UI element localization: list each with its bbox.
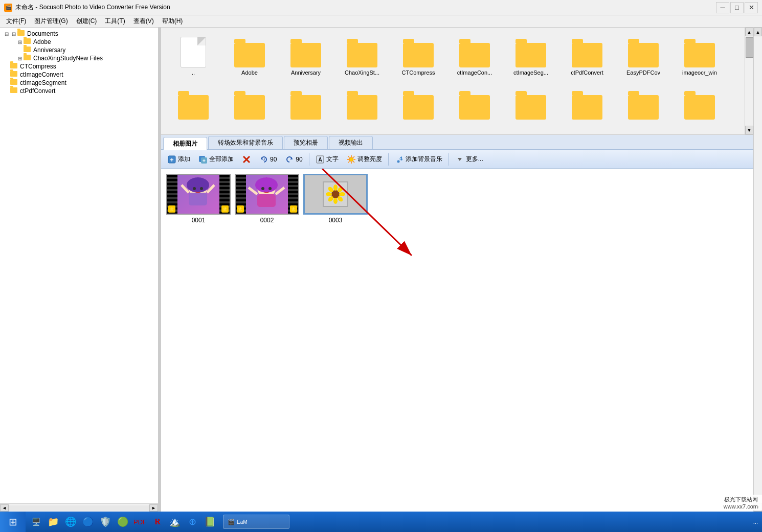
- rotate-right-icon: [285, 155, 294, 164]
- tree-item-ctimagesegment[interactable]: ctImageSegment: [2, 79, 156, 87]
- svg-line-20: [348, 161, 350, 163]
- file-item-r2-5[interactable]: [390, 78, 446, 124]
- taskbar-icon-green[interactable]: 🟢: [115, 514, 131, 530]
- minimize-button[interactable]: ─: [716, 2, 729, 13]
- brightness-button[interactable]: 调整亮度: [344, 153, 385, 166]
- tree-item-ctpdfconvert[interactable]: ctPdfConvert: [2, 87, 156, 95]
- file-item-r2-8[interactable]: [559, 78, 615, 124]
- taskbar-app-button[interactable]: 🎬 EaM: [223, 515, 289, 529]
- close-button[interactable]: ✕: [745, 2, 758, 13]
- watermark-line2: www.xx7.com: [724, 503, 758, 510]
- tab-preview[interactable]: 预览相册: [284, 136, 328, 149]
- file-label: Adobe: [241, 70, 258, 76]
- photo-thumbnail-0002: ⭐ ⭐: [235, 174, 299, 215]
- file-label: ctImageCon...: [457, 70, 492, 76]
- file-item-ctcompress[interactable]: CTCompress: [390, 32, 446, 78]
- photo-item-0003[interactable]: 0003: [303, 174, 368, 224]
- taskbar-icon-r[interactable]: R: [149, 514, 166, 530]
- tree-item-chaoxing[interactable]: ⊞ ChaoXingStudyNew Files: [2, 54, 156, 62]
- tree-expand2-icon: ⊟: [10, 31, 17, 37]
- taskbar-icon-app[interactable]: 📗: [201, 514, 218, 530]
- photo-label-0003: 0003: [329, 217, 343, 224]
- file-item-ctpdfconvert[interactable]: ctPdfConvert: [559, 32, 615, 78]
- taskbar-icon-circle[interactable]: ⊕: [184, 514, 200, 530]
- svg-text:A: A: [318, 157, 322, 163]
- file-label: EasyPDFCov: [626, 70, 660, 76]
- add-button[interactable]: + 添加: [164, 153, 193, 166]
- menu-help[interactable]: 帮助(H): [158, 16, 187, 27]
- svg-point-45: [326, 192, 332, 196]
- photo-item-0001[interactable]: ⭐ ⭐ 0001: [166, 174, 231, 224]
- photo-item-0002[interactable]: ⭐ ⭐ 0002: [235, 174, 299, 224]
- file-item-r2-3[interactable]: [278, 78, 334, 124]
- tab-transitions[interactable]: 转场效果和背景音乐: [208, 136, 283, 149]
- svg-line-18: [353, 161, 354, 163]
- app-icon: 🎬: [4, 4, 12, 12]
- vscroll-thumb[interactable]: [746, 37, 753, 58]
- tree-expand-icon: ⊞: [16, 39, 24, 45]
- file-vscrollbar[interactable]: ▲ ▼: [745, 28, 753, 134]
- vscroll-up-btn[interactable]: ▲: [745, 28, 753, 36]
- more-button[interactable]: 更多...: [452, 153, 486, 166]
- menu-create[interactable]: 创建(C): [72, 16, 101, 27]
- text-button[interactable]: A 文字: [312, 153, 342, 166]
- file-item-anniversary[interactable]: Anniversary: [278, 32, 334, 78]
- file-item-r2-7[interactable]: [503, 78, 559, 124]
- delete-button[interactable]: [239, 153, 254, 166]
- tree-item-ctimageconvert[interactable]: ctImageConvert: [2, 71, 156, 79]
- svg-point-21: [397, 160, 399, 163]
- taskbar-icon-blue[interactable]: 🔵: [80, 514, 96, 530]
- music-icon: [395, 155, 404, 164]
- add-music-button[interactable]: 添加背景音乐: [392, 153, 445, 166]
- taskbar-icon-folder[interactable]: 📁: [45, 514, 61, 530]
- maximize-button[interactable]: □: [730, 2, 744, 13]
- file-item-r2-1[interactable]: [165, 78, 221, 124]
- taskbar-icon-desktop[interactable]: 🖥️: [28, 514, 44, 530]
- rotate-left-button[interactable]: ↺ 90: [256, 153, 280, 166]
- menu-photo-manage[interactable]: 图片管理(G): [30, 16, 72, 27]
- file-item-r2-2[interactable]: [221, 78, 278, 124]
- file-label: ctPdfConvert: [571, 70, 603, 76]
- file-item-adobe[interactable]: Adobe: [221, 32, 278, 78]
- file-item-easypdfcov[interactable]: EasyPDFCov: [615, 32, 671, 78]
- taskbar-right: ...: [749, 519, 762, 525]
- separator3: [449, 153, 449, 166]
- file-item-r2-10[interactable]: [671, 78, 728, 124]
- anime-image: ⭐ ⭐: [167, 175, 230, 214]
- tab-album-photos[interactable]: 相册图片: [163, 137, 207, 150]
- hscroll-right-btn[interactable]: ►: [149, 504, 158, 512]
- main-container: ⊟ ⊟ Documents ⊞ Adobe Anniversary ⊞: [0, 28, 762, 512]
- photo-toolbar: + 添加 + 全部添加: [161, 150, 753, 169]
- file-item-imageocr[interactable]: imageocr_win: [671, 32, 728, 78]
- vscroll-down-btn[interactable]: ▼: [745, 126, 753, 134]
- file-item-ctimagecon[interactable]: ctImageCon...: [446, 32, 503, 78]
- file-item-chaoxingst[interactable]: ChaoXingSt...: [334, 32, 390, 78]
- menu-view[interactable]: 查看(V): [129, 16, 158, 27]
- taskbar-icon-pdf[interactable]: PDF: [132, 514, 148, 530]
- main-vscroll-up[interactable]: ▲: [754, 28, 762, 36]
- tree-label: ChaoXingStudyNew Files: [33, 55, 103, 62]
- photo-strip: ⭐ ⭐ 0001: [161, 169, 753, 229]
- rotate-right-button[interactable]: 90: [282, 153, 305, 166]
- taskbar-icon-ie[interactable]: 🌐: [62, 514, 79, 530]
- file-item-r2-4[interactable]: [334, 78, 390, 124]
- main-vscrollbar[interactable]: ▲ ▼: [753, 28, 762, 512]
- file-item-r2-9[interactable]: [615, 78, 671, 124]
- add-all-button[interactable]: + 全部添加: [195, 153, 237, 166]
- hscroll-left-btn[interactable]: ◄: [0, 504, 9, 512]
- file-item-r2-6[interactable]: [446, 78, 503, 124]
- taskbar: ⊞ 🖥️ 📁 🌐 🔵 🛡️ 🟢 PDF R 🏔️ ⊕ 📗 🎬 EaM 极光下载站…: [0, 512, 762, 532]
- tree-item-ctcompress[interactable]: CTCompress: [2, 62, 156, 71]
- tab-bar: 相册图片 转场效果和背景音乐 预览相册 视频输出: [161, 135, 753, 150]
- file-item-ctimageseg[interactable]: ctImageSeg...: [503, 32, 559, 78]
- separator2: [388, 153, 389, 166]
- menu-tools[interactable]: 工具(T): [101, 16, 129, 27]
- taskbar-icon-shield[interactable]: 🛡️: [97, 514, 114, 530]
- thumb-corner-icon-right: ⭐: [221, 205, 229, 213]
- taskbar-icon-mountain[interactable]: 🏔️: [167, 514, 183, 530]
- file-item-up[interactable]: ..: [165, 32, 221, 78]
- file-tree[interactable]: ⊟ ⊟ Documents ⊞ Adobe Anniversary ⊞: [0, 28, 158, 503]
- tab-video-output[interactable]: 视频输出: [329, 136, 373, 149]
- menu-file[interactable]: 文件(F): [2, 16, 30, 27]
- start-button[interactable]: ⊞: [0, 512, 26, 532]
